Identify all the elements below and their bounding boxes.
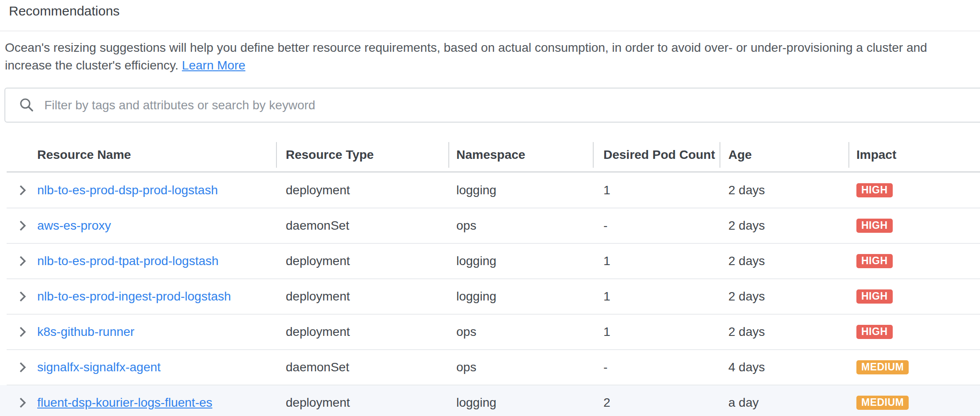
resource-name-cell: k8s-github-runner (0, 314, 276, 350)
title-divider (0, 31, 980, 31)
desired-pod-count-cell: - (593, 350, 719, 385)
resource-name-link[interactable]: signalfx-signalfx-agent (37, 360, 161, 374)
desired-pod-count-cell: 2 (593, 385, 719, 416)
resource-type-cell: deployment (276, 385, 448, 416)
table-row[interactable]: nlb-to-es-prod-dsp-prod-logstash deploym… (0, 173, 980, 208)
impact-badge: HIGH (856, 219, 893, 233)
expand-chevron-icon[interactable] (18, 290, 27, 303)
table-row[interactable]: aws-es-proxy daemonSet ops - 2 days HIGH (0, 208, 980, 243)
impact-badge: MEDIUM (856, 360, 909, 374)
age-cell: a day (719, 385, 848, 416)
resource-type-cell: daemonSet (276, 208, 448, 243)
resource-name-link[interactable]: nlb-to-es-prod-ingest-prod-logstash (37, 289, 231, 304)
desired-pod-count-cell: 1 (593, 314, 719, 350)
impact-cell: HIGH (848, 208, 980, 243)
table-row[interactable]: fluent-dsp-kourier-logs-fluent-es deploy… (0, 385, 980, 416)
resource-type-cell: deployment (276, 314, 448, 350)
namespace-cell: ops (448, 208, 593, 243)
expand-chevron-icon[interactable] (18, 184, 27, 197)
age-cell: 2 days (719, 279, 848, 314)
resource-type-cell: deployment (276, 279, 448, 314)
resource-type-cell: deployment (276, 173, 448, 208)
column-header-resource-name: Resource Name (0, 137, 276, 173)
impact-badge: HIGH (856, 325, 893, 339)
namespace-cell: logging (448, 173, 593, 208)
resource-name-link[interactable]: nlb-to-es-prod-dsp-prod-logstash (37, 183, 218, 197)
impact-cell: MEDIUM (848, 350, 980, 385)
resource-name-link[interactable]: k8s-github-runner (37, 325, 134, 339)
expand-chevron-icon[interactable] (18, 361, 27, 374)
age-cell: 2 days (719, 173, 848, 208)
expand-chevron-icon[interactable] (18, 396, 27, 409)
impact-badge: MEDIUM (856, 396, 909, 410)
learn-more-link[interactable]: Learn More (182, 58, 245, 72)
resource-name-link[interactable]: nlb-to-es-prod-tpat-prod-logstash (37, 254, 218, 268)
namespace-cell: ops (448, 314, 593, 350)
column-header-impact: Impact (848, 137, 980, 173)
table-header-row: Resource Name Resource Type Namespace De… (0, 137, 980, 173)
column-header-desired-pod-count: Desired Pod Count (593, 137, 719, 173)
column-header-age: Age (719, 137, 848, 173)
page-description: Ocean's resizing suggestions will help y… (5, 39, 973, 74)
resource-name-cell: nlb-to-es-prod-ingest-prod-logstash (0, 279, 276, 314)
age-cell: 2 days (719, 243, 848, 279)
expand-chevron-icon[interactable] (18, 325, 27, 339)
desired-pod-count-cell: 1 (593, 173, 719, 208)
impact-badge: HIGH (856, 183, 893, 197)
impact-cell: HIGH (848, 314, 980, 350)
recommendations-table: Resource Name Resource Type Namespace De… (0, 137, 980, 416)
namespace-cell: logging (448, 243, 593, 279)
desired-pod-count-cell: 1 (593, 243, 719, 279)
namespace-cell: ops (448, 350, 593, 385)
desired-pod-count-cell: 1 (593, 279, 719, 314)
impact-cell: HIGH (848, 173, 980, 208)
impact-badge: HIGH (856, 289, 893, 304)
resource-type-cell: daemonSet (276, 350, 448, 385)
resource-type-cell: deployment (276, 243, 448, 279)
table-row[interactable]: signalfx-signalfx-agent daemonSet ops - … (0, 350, 980, 385)
resource-name-cell: nlb-to-es-prod-tpat-prod-logstash (0, 243, 276, 279)
resource-name-cell: nlb-to-es-prod-dsp-prod-logstash (0, 173, 276, 208)
namespace-cell: logging (448, 385, 593, 416)
namespace-cell: logging (448, 279, 593, 314)
table-row[interactable]: nlb-to-es-prod-tpat-prod-logstash deploy… (0, 243, 980, 279)
table-body: nlb-to-es-prod-dsp-prod-logstash deploym… (0, 173, 980, 416)
column-header-resource-type: Resource Type (276, 137, 448, 173)
expand-chevron-icon[interactable] (18, 219, 27, 232)
resource-name-cell: fluent-dsp-kourier-logs-fluent-es (0, 385, 276, 416)
column-header-namespace: Namespace (448, 137, 593, 173)
age-cell: 4 days (719, 350, 848, 385)
filter-search-box[interactable] (4, 88, 980, 123)
resource-name-cell: signalfx-signalfx-agent (0, 350, 276, 385)
page-title: Recommendations (9, 4, 120, 19)
expand-chevron-icon[interactable] (18, 254, 27, 268)
resource-name-link[interactable]: aws-es-proxy (37, 219, 111, 233)
age-cell: 2 days (719, 208, 848, 243)
impact-badge: HIGH (856, 254, 893, 268)
desired-pod-count-cell: - (593, 208, 719, 243)
resource-name-link[interactable]: fluent-dsp-kourier-logs-fluent-es (37, 396, 212, 410)
search-icon (19, 97, 35, 113)
impact-cell: MEDIUM (848, 385, 980, 416)
age-cell: 2 days (719, 314, 848, 350)
impact-cell: HIGH (848, 279, 980, 314)
resource-name-cell: aws-es-proxy (0, 208, 276, 243)
impact-cell: HIGH (848, 243, 980, 279)
table-row[interactable]: k8s-github-runner deployment ops 1 2 day… (0, 314, 980, 350)
search-input[interactable] (44, 98, 980, 112)
table-row[interactable]: nlb-to-es-prod-ingest-prod-logstash depl… (0, 279, 980, 314)
description-text: Ocean's resizing suggestions will help y… (5, 41, 927, 72)
recommendations-page: Recommendations Ocean's resizing suggest… (0, 0, 980, 416)
